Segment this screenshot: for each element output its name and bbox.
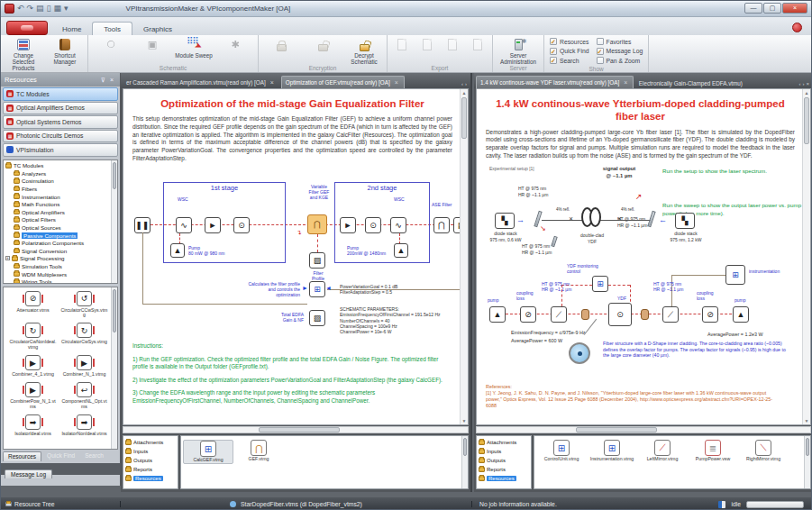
file-controlunit[interactable]: ⊞ControlUnit.vtmg: [536, 440, 587, 462]
modulator-module-1[interactable]: ⊙: [233, 217, 250, 233]
right-doc-area[interactable]: 1.4 kW continous-wave Ytterbium-doped cl…: [476, 88, 811, 425]
tab-resources[interactable]: Resources: [3, 451, 41, 461]
monitoring-galaxy-module[interactable]: ⊞: [592, 276, 608, 292]
tree-item[interactable]: Math Functions: [5, 200, 117, 208]
folder-attachments[interactable]: Attachments: [125, 438, 178, 447]
shortcut-manager-button[interactable]: Shortcut Manager: [44, 36, 86, 65]
isolator-module-1[interactable]: ►: [205, 217, 221, 233]
folder-outputs[interactable]: Outputs: [479, 456, 531, 465]
close-tab-icon[interactable]: ×: [393, 78, 400, 87]
file-instrumentation[interactable]: ⊞Instrumentation.vtmg: [587, 440, 637, 462]
module-isolator-ideal[interactable]: ➡IsolatorIdeal.vtms: [7, 414, 59, 437]
decrypt-schematic-button[interactable]: Decrypt Schematic: [343, 36, 385, 65]
instrumentation-module[interactable]: ⊞: [725, 265, 745, 285]
pump-module-left[interactable]: ▲: [489, 306, 506, 323]
doc-tab-ydf-laser[interactable]: 1.4 kW continous-wave YDF laser.vtmu(rea…: [476, 76, 634, 88]
folder-outputs[interactable]: Outputs: [125, 456, 178, 465]
isolator-module-2[interactable]: ►: [340, 217, 356, 233]
analyzer-module[interactable]: ▦: [453, 217, 460, 233]
module-componentnl[interactable]: ↩ComponentNL_Opt.vtms: [59, 382, 110, 410]
input-module[interactable]: ❚❚: [134, 217, 151, 233]
tree-item[interactable]: Signal Conversion: [5, 247, 117, 255]
tab-nav-icons[interactable]: ‹›: [461, 81, 469, 87]
ydf-module[interactable]: ⊙: [608, 303, 632, 326]
application-button[interactable]: [6, 21, 48, 35]
tab-search[interactable]: Search: [80, 451, 108, 461]
file-rightmirror[interactable]: ⟍RightMirror.vtmg: [738, 440, 789, 462]
folder-resources[interactable]: Resources: [479, 474, 531, 483]
modulator-module-2[interactable]: ⊙: [365, 217, 381, 233]
tree-item[interactable]: Instrumentation: [5, 193, 117, 201]
edfa-gain-module-2[interactable]: ∿: [390, 217, 406, 233]
checkbox-pan-zoom[interactable]: Pan & Zoom: [597, 57, 643, 64]
edfa-gain-module-1[interactable]: ∿: [176, 217, 192, 233]
server-administration-button[interactable]: Server Administration: [495, 36, 542, 65]
change-selected-products-button[interactable]: Change Selected Products: [3, 36, 44, 72]
tree-item[interactable]: Fibers: [5, 185, 117, 193]
tree-item[interactable]: Optical Filters: [5, 216, 117, 224]
tab-graphics[interactable]: Graphics: [132, 23, 183, 35]
tree-item-expandable[interactable]: +Signal Processing: [5, 255, 117, 263]
tab-message-log[interactable]: Message Log: [5, 469, 52, 478]
doc-tab-gain-clamped-edfa[interactable]: Electronically Gain-Clamped EDFA.vtmu): [635, 78, 746, 88]
module-combiner-n-1[interactable]: ▶Combiner_N_1.vtmg: [59, 355, 110, 378]
module-sweep-button[interactable]: ⠿⠿➤ Module Sweep: [173, 36, 214, 59]
doc-tab-optimization-gef[interactable]: Optimization of GEF.vtmu(read only) [OA]…: [281, 76, 405, 88]
reflector-module-right[interactable]: [641, 309, 649, 320]
close-sidebar-icon[interactable]: ×: [107, 77, 116, 83]
open-icon[interactable]: ▤: [36, 5, 44, 13]
app-icon[interactable]: [5, 4, 14, 14]
module-attenuator[interactable]: ⊘Attenuator.vtms: [7, 291, 59, 319]
file-pumppower[interactable]: ≣PumpPower.vsw: [688, 440, 738, 462]
checkbox-resources[interactable]: ✓Resources: [550, 38, 589, 45]
tree-item[interactable]: Optical Sources: [5, 223, 117, 232]
ase-filter-module[interactable]: ⋂: [433, 217, 450, 233]
expander-icon[interactable]: +: [5, 256, 10, 260]
close-button[interactable]: ×: [782, 3, 807, 14]
tab-nav-icons[interactable]: ‹›×: [799, 81, 812, 87]
close-tab-icon[interactable]: ×: [622, 78, 629, 87]
module-combinerpow[interactable]: ▶CombinerPow_N_1.vtms: [7, 382, 59, 410]
right-doc-vscrollbar[interactable]: ▲▼: [802, 89, 810, 424]
files-scrollbar[interactable]: [461, 436, 468, 488]
pump-module-right[interactable]: ▲: [733, 306, 749, 323]
filter-profile-module[interactable]: ▨: [309, 252, 325, 269]
sidebar-item-photonic-circuits-demos[interactable]: ▦Photonic Circuits Demos: [3, 130, 118, 143]
folder-inputs[interactable]: Inputs: [479, 447, 531, 456]
tree-item[interactable]: Polarization Components: [5, 239, 117, 247]
tree-item[interactable]: WDM Multiplexers: [5, 270, 117, 278]
doc-tab-cascaded-raman[interactable]: er Cascaded Raman Amplification.vtmu(rea…: [123, 77, 279, 88]
folder-attachments[interactable]: Attachments: [479, 438, 531, 447]
save-icon[interactable]: ▦: [54, 5, 62, 13]
tab-tools[interactable]: Tools: [92, 22, 132, 35]
maximize-button[interactable]: ▢: [763, 3, 781, 14]
qat-dropdown-icon[interactable]: ▾: [64, 5, 68, 13]
file-leftmirror[interactable]: ⟋LeftMirror.vtmg: [637, 440, 688, 462]
pin-icon[interactable]: ⊽: [98, 77, 107, 84]
redo-icon[interactable]: ↷: [27, 5, 34, 13]
left-doc-hscrollbar[interactable]: [123, 426, 469, 433]
folder-reports[interactable]: Reports: [479, 465, 531, 474]
file-calcgef[interactable]: ⊞CalcGEF.vtmg: [183, 440, 233, 464]
help-button[interactable]: [792, 23, 802, 32]
tree-item[interactable]: Wiring Tools: [5, 278, 117, 283]
folder-resources[interactable]: Resources: [125, 474, 178, 483]
tree-item-passive-components[interactable]: Passive Components: [5, 232, 117, 240]
tree-item-root[interactable]: TC Modules: [5, 162, 117, 170]
file-gef[interactable]: ⋂GEF.vtmg: [233, 440, 284, 462]
sidebar-item-tc-modules[interactable]: ▦TC Modules: [3, 87, 118, 101]
left-doc-vscrollbar[interactable]: ▲▼: [460, 89, 468, 424]
coupling-loss-module-right[interactable]: ⊘: [702, 306, 718, 323]
calcgef-galaxy-module[interactable]: ⊞: [309, 281, 325, 297]
module-circulator-ccw[interactable]: ↺CirculatorCCwSys.vtmg: [59, 291, 110, 319]
folder-reports[interactable]: Reports: [125, 465, 178, 474]
left-mirror-module[interactable]: ⟋: [551, 306, 567, 323]
gef-schematic[interactable]: ❚❚ 1st stage WSC ∿ ► ⊙ ▲ Pump80 mW @ 980…: [132, 169, 452, 337]
new-icon[interactable]: ▯: [47, 5, 51, 13]
tree-item[interactable]: Simulation Tools: [5, 262, 117, 270]
checkbox-favorites[interactable]: Favorites: [597, 38, 643, 45]
module-isolator-nonideal[interactable]: ➡IsolatorNonIdeal.vtms: [59, 414, 110, 437]
checkbox-message-log[interactable]: ✓Message Log: [597, 48, 643, 55]
folder-inputs[interactable]: Inputs: [125, 447, 178, 456]
tab-home[interactable]: Home: [51, 23, 92, 35]
